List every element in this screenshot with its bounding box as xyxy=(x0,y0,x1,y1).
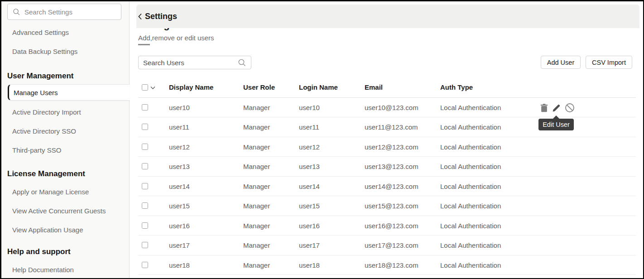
sidebar-item-manage-users[interactable]: Manage Users xyxy=(8,84,130,101)
col-user-role: User Role xyxy=(243,83,275,91)
cell-login-name: user11 xyxy=(299,123,319,131)
cell-display-name: user18 xyxy=(169,261,190,269)
row-checkbox[interactable] xyxy=(142,104,148,111)
cell-user-role: Manager xyxy=(243,143,270,151)
table-row-user16[interactable]: user16Manageruser16user16@123.comLocal A… xyxy=(138,216,636,236)
cell-email: user12@123.com xyxy=(365,143,418,151)
cell-email: user10@123.com xyxy=(365,104,418,111)
delete-user-icon[interactable] xyxy=(540,104,548,112)
cell-display-name: user13 xyxy=(169,163,190,170)
sidebar: Search Settings Advanced SettingsData Ba… xyxy=(1,1,130,278)
row-checkbox[interactable] xyxy=(142,124,148,130)
cell-auth-type: Local Authentication xyxy=(440,123,501,131)
cell-display-name: user16 xyxy=(169,222,190,230)
cell-display-name: user15 xyxy=(169,202,190,210)
table-row-user13[interactable]: user13Manageruser13user13@123.comLocal A… xyxy=(138,157,636,177)
cell-auth-type: Local Authentication xyxy=(440,222,501,230)
sidebar-item-view-application-usage[interactable]: View Application Usage xyxy=(1,220,129,239)
table-row-user12[interactable]: user12Manageruser12user12@123.comLocal A… xyxy=(138,137,636,157)
tooltip-text: Edit User xyxy=(543,121,570,128)
cell-display-name: user14 xyxy=(169,183,190,190)
search-icon xyxy=(237,58,246,67)
cell-user-role: Manager xyxy=(243,241,270,249)
row-checkbox[interactable] xyxy=(142,242,148,248)
col-login-name: Login Name xyxy=(299,83,338,91)
cell-display-name: user12 xyxy=(169,143,190,151)
cell-login-name: user10 xyxy=(299,104,320,111)
sidebar-item-active-directory-import[interactable]: Active Directory Import xyxy=(1,102,129,121)
sidebar-item-data-backup-settings[interactable]: Data Backup Settings xyxy=(1,42,129,61)
cell-auth-type: Local Authentication xyxy=(440,163,501,170)
cell-email: user11@123.com xyxy=(365,123,418,131)
row-checkbox[interactable] xyxy=(142,144,148,150)
csv-import-button[interactable]: CSV Import xyxy=(586,56,632,69)
row-checkbox[interactable] xyxy=(142,222,148,229)
cell-email: user18@123.com xyxy=(365,261,418,269)
sidebar-section-license-management: License Management xyxy=(1,168,129,179)
chevron-down-icon[interactable] xyxy=(150,86,155,90)
cell-user-role: Manager xyxy=(243,183,270,190)
add-user-button[interactable]: Add User xyxy=(541,56,581,69)
sidebar-item-advanced-settings[interactable]: Advanced Settings xyxy=(1,23,129,42)
table-header: Display Name User Role Login Name Email … xyxy=(138,79,636,98)
settings-window: Search Settings Advanced SettingsData Ba… xyxy=(0,0,644,279)
cell-login-name: user12 xyxy=(299,143,320,151)
cell-email: user13@123.com xyxy=(365,163,418,170)
table-row-user14[interactable]: user14Manageruser14user14@123.comLocal A… xyxy=(138,177,636,197)
cell-display-name: user17 xyxy=(169,241,190,249)
cell-email: user16@123.com xyxy=(365,222,418,230)
main-panel: Manage Users Settings Add,remove or edit… xyxy=(130,1,643,278)
table-row-user18[interactable]: user18Manageruser18user18@123.comLocal A… xyxy=(138,255,636,275)
disable-user-icon[interactable] xyxy=(565,103,575,113)
page-subtitle: Add,remove or edit users xyxy=(138,34,214,42)
user-search-placeholder: Search Users xyxy=(143,59,237,67)
back-to-settings[interactable]: Settings xyxy=(136,5,639,28)
cell-login-name: user18 xyxy=(299,261,320,269)
cell-auth-type: Local Authentication xyxy=(440,104,501,111)
row-checkbox[interactable] xyxy=(142,202,148,209)
sidebar-item-apply-or-manage-license[interactable]: Apply or Manage License xyxy=(1,182,129,201)
col-email: Email xyxy=(365,83,383,91)
sidebar-item-active-directory-sso[interactable]: Active Directory SSO xyxy=(1,121,129,140)
edit-user-icon[interactable] xyxy=(552,103,561,113)
sidebar-item-view-active-concurrent-guests[interactable]: View Active Concurrent Guests xyxy=(1,201,129,220)
cell-email: user17@123.com xyxy=(365,241,418,249)
row-checkbox[interactable] xyxy=(142,183,148,189)
cell-auth-type: Local Authentication xyxy=(440,183,501,190)
cell-auth-type: Local Authentication xyxy=(440,143,501,151)
cell-login-name: user17 xyxy=(299,241,320,249)
edit-user-tooltip: Edit User xyxy=(538,119,574,130)
select-all-checkbox[interactable] xyxy=(142,84,148,91)
row-actions xyxy=(540,103,575,113)
sidebar-item-help-documentation[interactable]: Help Documentation xyxy=(1,260,129,279)
cell-user-role: Manager xyxy=(243,261,270,269)
sidebar-nav: Advanced SettingsData Backup SettingsUse… xyxy=(1,23,129,279)
sidebar-section-user-management: User Management xyxy=(1,71,129,82)
table-row-user17[interactable]: user17Manageruser17user17@123.comLocal A… xyxy=(138,236,636,255)
table-row-user15[interactable]: user15Manageruser15user15@123.comLocal A… xyxy=(138,196,636,216)
cell-user-role: Manager xyxy=(243,104,270,111)
cell-email: user14@123.com xyxy=(365,183,418,190)
cell-display-name: user10 xyxy=(169,104,190,111)
cell-auth-type: Local Authentication xyxy=(440,241,501,249)
settings-back-label: Settings xyxy=(145,12,177,21)
search-icon xyxy=(12,8,20,16)
cell-email: user15@123.com xyxy=(365,202,418,210)
cell-login-name: user16 xyxy=(299,222,320,230)
cell-display-name: user11 xyxy=(169,123,189,131)
sidebar-item-third-party-sso[interactable]: Third-party SSO xyxy=(1,140,129,159)
cell-login-name: user13 xyxy=(299,163,320,170)
col-auth-type: Auth Type xyxy=(440,83,473,91)
cell-user-role: Manager xyxy=(243,123,270,131)
cell-user-role: Manager xyxy=(243,202,270,210)
cell-auth-type: Local Authentication xyxy=(440,202,501,210)
sidebar-section-help-and-support: Help and support xyxy=(1,246,129,257)
cell-login-name: user14 xyxy=(299,183,320,190)
row-checkbox[interactable] xyxy=(142,262,148,268)
cell-user-role: Manager xyxy=(243,163,270,170)
col-display-name: Display Name xyxy=(169,83,213,91)
row-checkbox[interactable] xyxy=(142,163,148,169)
chevron-left-icon xyxy=(138,13,142,20)
user-search-input[interactable]: Search Users xyxy=(138,56,251,69)
settings-search-input[interactable]: Search Settings xyxy=(7,4,121,20)
